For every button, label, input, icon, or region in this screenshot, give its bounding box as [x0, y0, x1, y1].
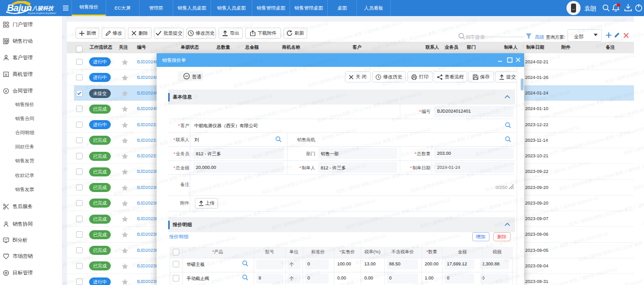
svg-text:Anyone,Anytime,Anywhere!: Anyone,Anytime,Anywhere!	[28, 12, 56, 15]
svg-text:八骏科技: 八骏科技	[32, 5, 54, 11]
